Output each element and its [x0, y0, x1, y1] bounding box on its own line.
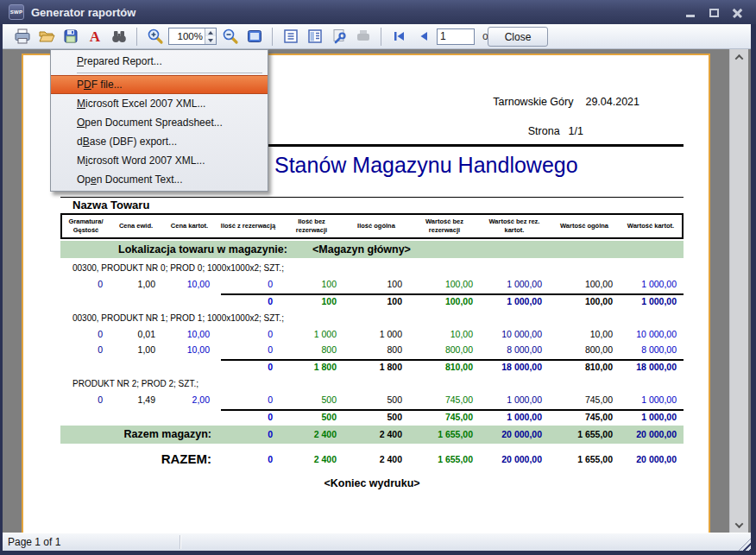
report-city-date: Tarnowskie Góry 29.04.2021 — [493, 96, 639, 108]
print-setup-button[interactable] — [352, 26, 374, 47]
subtotal-cell: 100 — [343, 294, 409, 309]
value-cell: 0 — [60, 392, 110, 407]
grand-total-cell: 1 655,00 — [549, 450, 620, 469]
resize-grip[interactable] — [739, 539, 751, 551]
menu-item-odt-text[interactable]: Open Document Text... — [51, 170, 268, 189]
section-top-line — [60, 197, 684, 198]
find-button[interactable] — [108, 26, 129, 47]
maximize-button[interactable] — [708, 5, 721, 20]
subtotal-cell: 18 000,00 — [620, 360, 684, 375]
end-of-report-text: <Koniec wydruku> — [60, 477, 684, 489]
grand-total-row: RAZEM: 02 4002 4001 655,0020 000,001 655… — [60, 450, 684, 469]
column-header: Wartość bez rez. kartot. — [480, 215, 549, 237]
value-cell: 2,00 — [162, 392, 217, 407]
report-body: 00300, PRODUKT NR 0; PROD 0; 1000x1000x2… — [60, 259, 684, 425]
column-header: Wartość ogólna — [549, 215, 620, 237]
first-page-button[interactable] — [388, 26, 410, 47]
subtotal-cell: 100,00 — [549, 294, 620, 309]
pdf-export-button[interactable]: A — [84, 26, 105, 47]
value-cell: 100 — [343, 276, 409, 292]
subtotal-cell: 0 — [217, 360, 280, 375]
vertical-scrollbar[interactable] — [729, 49, 748, 533]
warehouse-total-label: Razem magazyn: — [60, 426, 217, 444]
subtotal-cell: 500 — [280, 410, 343, 425]
subtotal-row: 01 8001 800810,0018 000,00810,0018 000,0… — [60, 357, 684, 375]
warehouse-total-cell: 1 655,00 — [549, 426, 620, 444]
value-cell: 1,49 — [110, 392, 162, 407]
menu-item-word-2007-xml[interactable]: Microsoft Word 2007 XML... — [51, 151, 268, 170]
value-cell: 0 — [60, 342, 110, 357]
value-cell: 800 — [280, 342, 343, 357]
export-menu: Prepared Report...PDF file...Microsoft E… — [50, 49, 268, 192]
menu-item-pdf-file[interactable]: PDF file... — [51, 75, 268, 94]
scroll-down-button[interactable] — [730, 517, 748, 533]
previous-page-button[interactable] — [413, 26, 434, 47]
menu-item-ods-spreadsheet[interactable]: Open Document Spreadsheet... — [51, 113, 268, 132]
value-cell: 8 000,00 — [480, 342, 549, 357]
svg-text:A: A — [89, 28, 100, 45]
scroll-up-button[interactable] — [730, 49, 748, 65]
value-cell: 1 000,00 — [480, 392, 549, 407]
menu-item-prepared-report[interactable]: Prepared Report... — [51, 52, 268, 71]
section-header: Nazwa Towaru — [72, 199, 149, 211]
page-setup-button[interactable] — [328, 26, 350, 47]
value-cell: 1 000,00 — [620, 276, 684, 292]
report-city: Tarnowskie Góry — [493, 96, 573, 108]
column-header: Ilość bez rezerwacji — [280, 215, 343, 237]
spinner-up-icon[interactable] — [205, 28, 216, 36]
warehouse-total-row: Razem magazyn: 02 4002 4001 655,0020 000… — [60, 426, 684, 444]
print-button[interactable] — [11, 26, 33, 47]
value-cell: 500 — [343, 392, 409, 407]
toolbar-separator — [272, 28, 273, 46]
data-row: 00,0110,0001 0001 00010,0010 000,0010,00… — [60, 326, 684, 342]
location-value: <Magazyn główny> — [312, 241, 411, 258]
value-cell: 0 — [217, 392, 280, 407]
value-cell: 800,00 — [549, 342, 620, 357]
outline-view-icon — [282, 28, 299, 45]
menu-item-excel-2007-xml[interactable]: Microsoft Excel 2007 XML... — [51, 94, 268, 113]
subtotal-cell: 0 — [217, 294, 280, 309]
close-button[interactable]: Close — [488, 27, 548, 47]
grand-total-cell: 2 400 — [343, 450, 409, 469]
open-report-button[interactable] — [35, 26, 57, 47]
window-title: Generator raportów — [31, 6, 684, 19]
value-cell: 0 — [60, 276, 110, 292]
report-page-indicator: Strona 1/1 — [528, 125, 583, 137]
value-cell: 10,00 — [549, 326, 620, 342]
value-cell: 10,00 — [162, 326, 217, 342]
zoom-spinner[interactable] — [205, 28, 216, 44]
group-label: 00300, PRODUKT NR 0; PROD 0; 1000x1000x2… — [60, 259, 684, 276]
warehouse-total-cell: 1 655,00 — [409, 426, 480, 444]
status-text: Page 1 of 1 — [8, 536, 60, 548]
value-cell: 800,00 — [409, 342, 480, 357]
warehouse-total-cell: 0 — [217, 426, 280, 444]
zoom-out-button[interactable] — [219, 26, 241, 47]
value-cell: 10,00 — [409, 326, 480, 342]
value-cell: 0 — [217, 326, 280, 342]
outline-view-button[interactable] — [280, 26, 301, 47]
subtotal-cell: 100,00 — [409, 294, 480, 309]
full-screen-button[interactable] — [243, 26, 265, 47]
value-cell: 1 000 — [280, 326, 343, 342]
zoom-in-button[interactable] — [144, 26, 166, 47]
menu-separator — [77, 73, 262, 73]
grand-total-cell: 20 000,00 — [480, 450, 549, 469]
page-setup-wrench-icon — [331, 28, 348, 45]
grand-total-cell: 1 655,00 — [409, 450, 480, 469]
toolbar: A 100% of 1 Close — [3, 24, 751, 49]
warehouse-total-cell: 20 000,00 — [480, 426, 549, 444]
minimize-button[interactable] — [684, 5, 697, 20]
menu-item-dbf-export[interactable]: dBase (DBF) export... — [51, 132, 268, 151]
subtotal-cell: 1 000,00 — [620, 410, 684, 425]
value-cell: 1 000,00 — [480, 276, 549, 292]
zoom-level-control[interactable]: 100% — [168, 28, 217, 45]
value-cell: 0 — [217, 276, 280, 292]
thumbnails-view-button[interactable] — [304, 26, 325, 47]
binoculars-icon — [110, 28, 128, 45]
report-page-value: 1/1 — [569, 125, 583, 137]
spinner-down-icon[interactable] — [205, 36, 216, 44]
first-page-icon — [393, 29, 406, 43]
save-export-button[interactable] — [60, 26, 81, 47]
page-number-input[interactable] — [437, 28, 475, 45]
close-window-button[interactable] — [731, 5, 744, 20]
